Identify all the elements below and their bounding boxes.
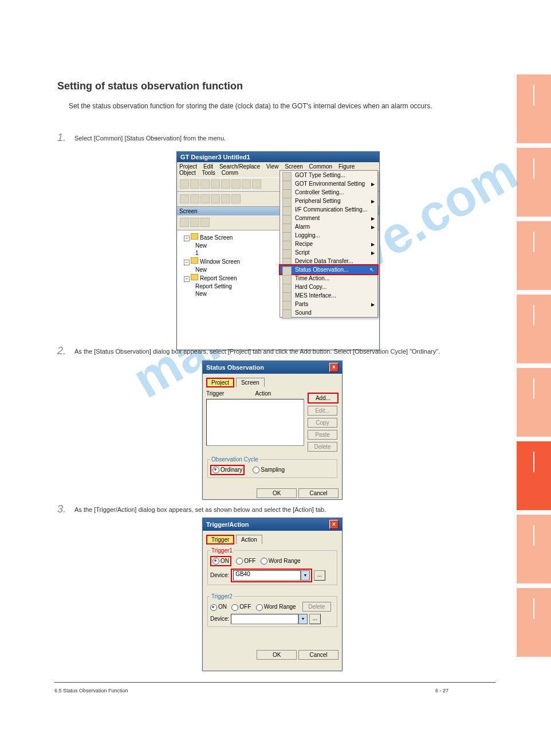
tool-icon[interactable] — [221, 194, 230, 203]
copy-icon[interactable] — [221, 179, 230, 189]
device-input-2[interactable] — [231, 614, 298, 624]
trigger2-delete-button[interactable]: Delete — [302, 602, 331, 612]
device-browse-2[interactable]: ... — [309, 614, 321, 624]
dd-time-action[interactable]: Time Action... — [280, 274, 377, 283]
trigger1-group: Trigger1 ON OFF Word Range Device: GB40▾… — [207, 547, 337, 585]
dd-controller[interactable]: Controller Setting... — [280, 188, 377, 197]
dd-got-env[interactable]: GOT Environmental Setting▶ — [280, 179, 377, 188]
tab-screen[interactable]: Screen — [236, 378, 265, 387]
side-tab-5[interactable] — [517, 368, 551, 437]
tree-new1[interactable]: New — [195, 242, 207, 249]
ok-button[interactable]: OK — [257, 650, 297, 660]
tree-1[interactable]: 1 — [195, 250, 199, 256]
side-tab-3[interactable] — [517, 221, 551, 290]
device-input-1[interactable]: GB40 — [233, 570, 301, 581]
tree-base[interactable]: Base Screen — [200, 234, 233, 241]
menu-edit[interactable]: Edit — [203, 163, 213, 170]
common-menu-dropdown[interactable]: GOT Type Setting... GOT Environmental Se… — [280, 170, 378, 318]
radio-sampling[interactable] — [253, 467, 259, 473]
new-icon[interactable] — [180, 179, 189, 189]
footer-page-number: 6 - 27 — [435, 688, 448, 694]
tree-new2[interactable]: New — [195, 267, 207, 273]
radio-wordrange-2[interactable] — [256, 604, 263, 611]
dd-logging[interactable]: Logging... — [280, 231, 377, 240]
tool-icon[interactable] — [180, 194, 189, 203]
tab-action[interactable]: Action — [236, 535, 262, 544]
cancel-button[interactable]: Cancel — [298, 650, 339, 660]
device-browse-1[interactable]: ... — [314, 570, 325, 581]
menu-project[interactable]: Project — [179, 163, 197, 170]
side-tab-4[interactable] — [517, 295, 551, 363]
device-combo-2[interactable]: ▾ — [298, 614, 308, 624]
tool-icon[interactable] — [190, 194, 199, 203]
side-tab-strip — [517, 75, 551, 657]
cut-icon[interactable] — [211, 179, 220, 189]
radio-on-2[interactable] — [210, 604, 217, 611]
dd-device-data[interactable]: Device Data Transfer... — [280, 257, 377, 265]
dock-icon[interactable] — [190, 218, 199, 227]
trigger2-legend: Trigger2 — [210, 593, 234, 600]
menu-view[interactable]: View — [266, 163, 279, 170]
dd-status-observation[interactable]: Status Observation...↖ — [280, 265, 377, 274]
menu-object[interactable]: Object — [179, 170, 196, 176]
menu-comm[interactable]: Comm — [222, 170, 238, 176]
dd-parts[interactable]: Parts▶ — [280, 300, 377, 308]
radio-off-1[interactable] — [236, 558, 243, 565]
tree-report[interactable]: Report Screen — [200, 275, 237, 281]
dd-comment[interactable]: Comment▶ — [280, 214, 377, 222]
dd-recipe[interactable]: Recipe▶ — [280, 240, 377, 248]
side-tab-8[interactable] — [517, 588, 551, 657]
paste-icon[interactable] — [231, 179, 241, 189]
menu-screen[interactable]: Screen — [285, 163, 303, 170]
dock-icon[interactable] — [180, 218, 189, 227]
dd-alarm[interactable]: Alarm▶ — [280, 222, 377, 231]
menu-tools[interactable]: Tools — [202, 170, 215, 176]
menu-common[interactable]: Common — [309, 163, 333, 170]
tab-trigger[interactable]: Trigger — [206, 535, 234, 545]
radio-off-2[interactable] — [231, 604, 238, 611]
tool-icon[interactable] — [211, 194, 220, 203]
trigger-action-list[interactable] — [206, 399, 304, 446]
add-button[interactable]: Add... — [308, 393, 339, 404]
tool-icon[interactable] — [200, 194, 210, 203]
close-icon[interactable]: × — [329, 363, 339, 372]
save-icon[interactable] — [200, 179, 210, 189]
side-tab-6-active[interactable] — [517, 441, 551, 510]
device-combo-1[interactable]: ▾ — [301, 570, 310, 581]
dd-hard-copy[interactable]: Hard Copy... — [280, 283, 377, 291]
dd-script[interactable]: Script▶ — [280, 248, 377, 257]
tree-new3[interactable]: New — [195, 291, 207, 297]
off-label-1: OFF — [244, 558, 255, 564]
dock-icon[interactable] — [200, 218, 210, 227]
dd-sound[interactable]: Sound — [280, 308, 377, 317]
radio-on-1[interactable] — [212, 558, 219, 565]
side-tab-2[interactable] — [517, 148, 551, 217]
dd-ifcomm[interactable]: I/F Communication Setting... — [280, 205, 377, 214]
tab-project[interactable]: Project — [206, 378, 234, 387]
radio-wordrange-1[interactable] — [261, 558, 267, 565]
trigger-action-dialog: Trigger/Action × Trigger Action Trigger1… — [202, 518, 343, 671]
cancel-button[interactable]: Cancel — [298, 488, 339, 498]
tree-window[interactable]: Window Screen — [200, 258, 240, 265]
dd-peripheral[interactable]: Peripheral Setting▶ — [280, 197, 377, 205]
menu-search[interactable]: Search/Replace — [219, 163, 260, 170]
redo-icon[interactable] — [252, 179, 261, 189]
trigact-tabs: Trigger Action — [206, 534, 339, 544]
dd-got-type[interactable]: GOT Type Setting... — [280, 171, 377, 179]
step2-num: 2. — [57, 345, 66, 357]
tool-icon[interactable] — [231, 194, 241, 203]
screen-dock-label: Screen — [179, 208, 198, 214]
ok-button[interactable]: OK — [257, 488, 297, 498]
status-observation-dialog: Status Observation × Project Screen Trig… — [202, 361, 343, 500]
open-icon[interactable] — [190, 179, 199, 189]
step1-arrow: → — [152, 135, 159, 142]
radio-ordinary[interactable] — [212, 467, 219, 473]
undo-icon[interactable] — [242, 179, 251, 189]
menu-figure[interactable]: Figure — [339, 163, 355, 170]
side-tab-7[interactable] — [517, 515, 551, 583]
tree-reportset[interactable]: Report Setting — [195, 283, 232, 289]
close-icon[interactable]: × — [329, 520, 339, 529]
device-label-2: Device: — [210, 616, 229, 622]
dd-mes[interactable]: MES Interface... — [280, 291, 377, 300]
side-tab-1[interactable] — [517, 75, 551, 143]
